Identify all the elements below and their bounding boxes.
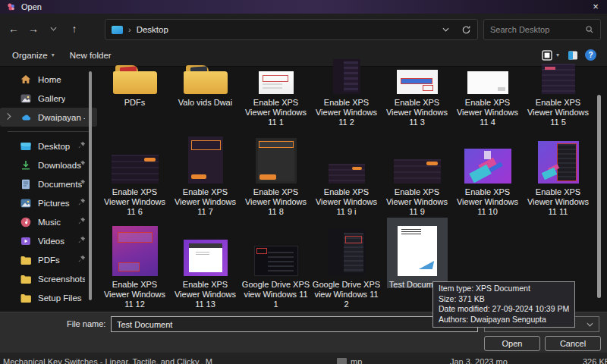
file-item-valo-vids-folder[interactable]: Valo vids Dwai — [170, 67, 241, 127]
file-grid: PDFs Valo vids Dwai Enable XPS Viewer Wi… — [99, 67, 593, 312]
organize-label: Organize — [12, 51, 48, 60]
tooltip-date-modified: Date modified: 27-09-2024 10:39 PM — [439, 304, 569, 315]
sidebar-item-music[interactable]: Music — [0, 212, 97, 231]
title-bar: Open × — [0, 0, 607, 14]
screenshot-thumbnail — [397, 70, 438, 94]
file-item[interactable]: Google Drive XPS view Windows 11 2 — [311, 217, 382, 312]
pin-icon — [77, 159, 86, 169]
sidebar-item-gallery[interactable]: Gallery — [0, 89, 97, 108]
sidebar-item-desktop[interactable]: Desktop — [0, 136, 97, 155]
sidebar-item-downloads[interactable]: Downloads — [0, 155, 97, 174]
file-item[interactable]: Enable XPS Viewer Windows 11 7 — [170, 127, 241, 217]
breadcrumb-separator: › — [128, 25, 131, 34]
dialog-body: Home Gallery Dwaipayan - Per Desktop Dow… — [0, 67, 607, 312]
open-button[interactable]: Open — [484, 336, 540, 351]
pin-icon — [77, 197, 86, 207]
pin-icon — [77, 254, 86, 264]
organize-button[interactable]: Organize ▾ — [5, 44, 62, 66]
new-folder-button[interactable]: New folder — [62, 44, 119, 66]
search-input[interactable]: Search Desktop — [483, 19, 601, 40]
screenshot-thumbnail — [112, 155, 159, 184]
screenshot-thumbnail — [542, 64, 575, 94]
recent-locations-chevron-button[interactable] — [44, 20, 62, 38]
sidebar-item-setup-files[interactable]: Setup Files — [0, 288, 97, 307]
navigation-bar: ← → ↑ › Desktop Search Desktop — [0, 14, 607, 44]
breadcrumb-location[interactable]: Desktop — [137, 25, 168, 34]
pin-icon — [77, 140, 86, 150]
file-info-tooltip: Item type: XPS Document Size: 371 KB Dat… — [432, 281, 575, 328]
file-item[interactable]: Enable XPS Viewer Windows 11 10 — [452, 127, 523, 217]
file-item[interactable]: Enable XPS Viewer Windows 11 2 — [311, 67, 382, 127]
file-item[interactable]: Enable XPS Viewer Windows 11 9 i — [311, 127, 382, 217]
sidebar-item-home[interactable]: Home — [0, 70, 97, 89]
view-options-button[interactable]: ▾ — [539, 48, 561, 63]
preview-pane-icon — [567, 49, 579, 61]
up-button[interactable]: ↑ — [65, 20, 83, 38]
large-icons-view-icon — [541, 49, 553, 61]
search-placeholder: Search Desktop — [490, 25, 585, 34]
address-bar[interactable]: › Desktop — [105, 19, 478, 40]
tooltip-size: Size: 371 KB — [439, 294, 569, 305]
pin-icon — [77, 216, 86, 226]
screenshot-thumbnail — [467, 71, 508, 94]
window-title: Open — [21, 2, 42, 11]
address-dropdown-chevron[interactable] — [442, 27, 449, 32]
screenshot-thumbnail — [188, 136, 223, 184]
file-name-label: File name: — [67, 319, 105, 328]
music-icon — [20, 216, 32, 228]
file-item[interactable]: Enable XPS Viewer Windows 11 4 — [452, 67, 523, 127]
folder-thumbnail — [184, 65, 228, 94]
sidebar: Home Gallery Dwaipayan - Per Desktop Dow… — [0, 67, 97, 312]
folder-icon — [20, 254, 32, 266]
file-name-input[interactable]: Test Document — [111, 316, 478, 332]
close-button[interactable]: × — [584, 0, 607, 14]
file-item-pdfs-folder[interactable]: PDFs — [99, 67, 170, 127]
documents-icon — [20, 178, 32, 190]
preview-pane-button[interactable] — [565, 48, 580, 63]
videos-icon — [20, 235, 32, 247]
sidebar-item-videos[interactable]: Videos — [0, 231, 97, 250]
file-item[interactable]: Enable XPS Viewer Windows 11 6 — [99, 127, 170, 217]
organize-chevron-icon: ▾ — [52, 52, 55, 58]
refresh-icon[interactable] — [461, 25, 471, 35]
screenshot-thumbnail — [112, 226, 158, 276]
background-file-date: Jan 3, 2023 mo — [450, 357, 508, 364]
pin-icon — [77, 178, 86, 188]
home-icon — [20, 74, 32, 86]
file-grid-scrollbar[interactable] — [597, 95, 601, 298]
pin-icon — [77, 235, 86, 245]
file-item[interactable]: Enable XPS Viewer Windows 11 1 — [241, 67, 311, 127]
file-item[interactable]: Enable XPS Viewer Windows 11 12 — [99, 217, 170, 312]
file-name-value: Test Document — [117, 320, 172, 329]
back-button[interactable]: ← — [5, 20, 23, 38]
desktop-location-icon — [112, 26, 123, 34]
forward-button[interactable]: → — [24, 20, 42, 38]
sidebar-item-pictures[interactable]: Pictures — [0, 193, 97, 212]
pictures-icon — [20, 197, 32, 209]
sidebar-scrollbar[interactable] — [89, 71, 92, 300]
sidebar-item-onedrive-personal[interactable]: Dwaipayan - Per — [0, 108, 97, 127]
file-item[interactable]: Enable XPS Viewer Windows 11 5 — [523, 67, 593, 127]
file-item[interactable]: Enable XPS Viewer Windows 11 3 — [382, 67, 452, 127]
file-item[interactable]: Google Drive XPS view Windows 11 1 — [241, 217, 311, 312]
background-file-size: 326 KB — [583, 357, 607, 364]
file-item[interactable]: Enable XPS Viewer Windows 11 9 — [382, 127, 452, 217]
command-bar: Organize ▾ New folder ▾ ? — [0, 44, 607, 67]
file-type-dropdown-chevron[interactable] — [587, 322, 593, 327]
view-dropdown-chevron: ▾ — [556, 52, 559, 58]
app-icon — [6, 2, 16, 12]
screenshot-thumbnail — [329, 164, 365, 184]
sidebar-item-screenshots[interactable]: Screenshots — [0, 269, 97, 288]
file-item[interactable]: Enable XPS Viewer Windows 11 8 — [241, 127, 311, 217]
cancel-button[interactable]: Cancel — [545, 336, 601, 351]
help-button[interactable]: ? — [585, 49, 596, 61]
file-item[interactable]: Enable XPS Viewer Windows 11 13 — [170, 217, 241, 312]
expand-chevron-icon[interactable] — [5, 112, 13, 121]
sidebar-item-pdfs[interactable]: PDFs — [0, 250, 97, 269]
sidebar-item-documents[interactable]: Documents — [0, 174, 97, 193]
background-file-icon — [337, 358, 347, 364]
file-item[interactable]: Enable XPS Viewer Windows 11 11 — [523, 127, 593, 217]
tooltip-authors: Authors: Dwaipayan Sengupta — [439, 315, 569, 325]
screenshot-thumbnail — [256, 138, 297, 184]
sidebar-separator — [8, 131, 90, 132]
